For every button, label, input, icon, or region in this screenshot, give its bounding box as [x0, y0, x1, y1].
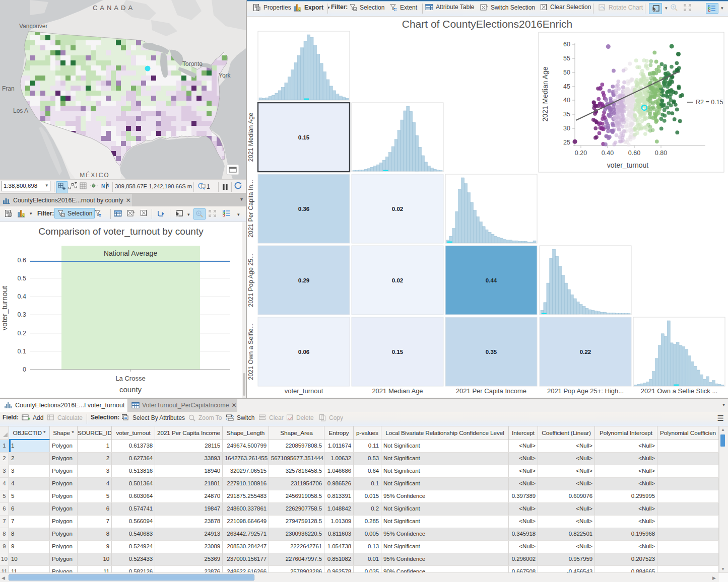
svg-text:2021 Pop Age 25+: High...: 2021 Pop Age 25+: High...: [547, 387, 624, 395]
svg-text:0.1: 0.1: [18, 348, 26, 355]
svg-text:50: 50: [563, 69, 570, 76]
svg-text:0.36: 0.36: [298, 206, 309, 212]
svg-text:0: 0: [23, 366, 26, 373]
svg-text:2021 Median Age: 2021 Median Age: [247, 113, 254, 162]
svg-text:voter_turnout: voter_turnout: [0, 285, 9, 330]
svg-text:0.02: 0.02: [392, 206, 403, 212]
svg-text:Fran: Fran: [2, 85, 15, 92]
svg-text:0.60: 0.60: [628, 150, 640, 157]
svg-text:Toronto: Toronto: [182, 60, 203, 67]
svg-text:2021 Median Age: 2021 Median Age: [541, 66, 549, 121]
svg-text:25: 25: [563, 139, 570, 146]
svg-text:0.20: 0.20: [575, 150, 587, 157]
svg-text:0.35: 0.35: [486, 349, 497, 355]
svg-text:2021 Pop Age 25...: 2021 Pop Age 25...: [247, 253, 254, 307]
svg-text:0.02: 0.02: [392, 277, 403, 283]
svg-text:Los A: Los A: [13, 107, 28, 114]
svg-text:National Average: National Average: [104, 249, 158, 257]
svg-text:0.29: 0.29: [298, 277, 309, 283]
svg-text:La Crosse: La Crosse: [115, 375, 145, 382]
svg-text:2021 Per Capita Income: 2021 Per Capita Income: [456, 387, 526, 395]
svg-text:0.3: 0.3: [18, 311, 26, 318]
svg-text:1: 1: [207, 183, 210, 190]
svg-text:county: county: [119, 385, 142, 394]
svg-text:N: N: [101, 183, 105, 189]
svg-text:MÉXICO: MÉXICO: [80, 171, 109, 179]
svg-text:30: 30: [563, 125, 570, 132]
svg-text:0.06: 0.06: [298, 349, 309, 355]
svg-text:0.2: 0.2: [18, 330, 26, 337]
svg-text:2021 Own a Selfie Stick ...: 2021 Own a Selfie Stick ...: [641, 387, 717, 395]
svg-text:55: 55: [563, 55, 570, 62]
svg-text:0.80: 0.80: [655, 150, 667, 157]
svg-text:2021 Per Capita In...: 2021 Per Capita In...: [247, 180, 254, 238]
svg-text:York: York: [219, 72, 231, 79]
svg-text:0.5: 0.5: [18, 275, 26, 282]
svg-text:voter_turnout: voter_turnout: [285, 387, 323, 395]
svg-text:45: 45: [563, 83, 570, 90]
svg-text:0.44: 0.44: [486, 277, 497, 283]
svg-text:Chart of CountyElections2016En: Chart of CountyElections2016Enrich: [402, 18, 573, 30]
svg-text:CANADA: CANADA: [93, 4, 135, 12]
svg-text:0.15: 0.15: [392, 349, 404, 355]
svg-text:0.15: 0.15: [298, 134, 310, 140]
svg-text:R2 = 0.15: R2 = 0.15: [696, 99, 723, 106]
svg-text:0.4: 0.4: [18, 293, 26, 300]
svg-text:voter_turnout: voter_turnout: [607, 161, 649, 169]
svg-text:60: 60: [563, 41, 570, 48]
svg-text:0.40: 0.40: [602, 150, 614, 157]
svg-text:2021 Median Age: 2021 Median Age: [372, 387, 423, 395]
svg-text:Comparison of voter_turnout by: Comparison of voter_turnout by county: [38, 226, 204, 237]
svg-text:40: 40: [563, 97, 570, 104]
svg-text:0.22: 0.22: [580, 349, 591, 355]
svg-text:2021 Own a Selfie...: 2021 Own a Selfie...: [247, 323, 254, 380]
svg-text:0.6: 0.6: [18, 257, 26, 264]
svg-text:35: 35: [563, 111, 570, 118]
svg-text:Vancouver: Vancouver: [19, 23, 47, 30]
